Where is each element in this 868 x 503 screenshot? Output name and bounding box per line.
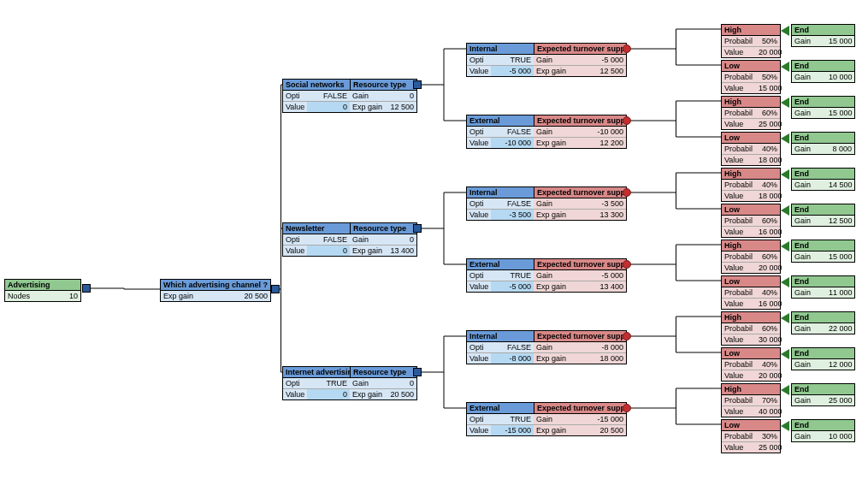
end-node: End Gain 12 000 — [791, 347, 855, 370]
end-gain-label: Gain — [792, 108, 826, 118]
chance-outcome-node: Low Probabil 40% Value 18 000 — [721, 132, 781, 166]
branch-exp-value: 12 200 — [568, 138, 626, 148]
end-icon — [781, 313, 789, 323]
outcome-prob-value: 70% — [756, 395, 780, 405]
end-gain-value: 15 000 — [826, 36, 855, 46]
outcome-val-value: 18 000 — [756, 191, 785, 201]
channel-node: Newsletter Resource type Opti FALSE Gain… — [282, 222, 417, 257]
branch-value-label: Value — [467, 138, 491, 148]
outcome-prob-label: Probabil — [722, 395, 756, 405]
outcome-val-label: Value — [722, 191, 756, 201]
q1-title: Which advertising channel ? — [161, 280, 270, 291]
end-gain-value: 8 000 — [826, 144, 854, 154]
decision-icon — [413, 224, 422, 233]
branch-value-label: Value — [467, 281, 491, 292]
end-gain-label: Gain — [792, 36, 826, 46]
branch-node: Internal Expected turnover supposition O… — [466, 186, 627, 221]
resource-type-title: Resource type — [351, 223, 416, 234]
branch-opti-value: FALSE — [491, 342, 534, 352]
branch-title: External — [467, 259, 534, 270]
q1-exp-value: 20 500 — [195, 291, 270, 301]
end-node: End Gain 14 500 — [791, 168, 855, 191]
end-gain-value: 10 000 — [826, 431, 855, 441]
end-title: End — [792, 384, 854, 395]
end-gain-value: 14 500 — [826, 180, 855, 190]
channel-opti-value: TRUE — [307, 378, 350, 388]
end-icon — [781, 62, 789, 72]
branch-node: External Expected turnover supposition O… — [466, 402, 627, 436]
outcome-val-value: 25 000 — [756, 442, 785, 453]
expected-title: Expected turnover supposition — [534, 259, 626, 270]
outcome-title: Low — [722, 348, 780, 359]
branch-value-label: Value — [467, 425, 491, 435]
end-gain-label: Gain — [792, 72, 826, 82]
resource-type-title: Resource type — [351, 80, 416, 91]
outcome-prob-label: Probabil — [722, 287, 756, 298]
outcome-title: Low — [722, 61, 780, 72]
end-title: End — [792, 61, 854, 72]
outcome-val-label: Value — [722, 155, 756, 165]
outcome-title: High — [722, 97, 780, 108]
chance-outcome-node: High Probabil 60% Value 25 000 — [721, 96, 781, 130]
end-title: End — [792, 420, 854, 431]
branch-gain-value: -10 000 — [568, 127, 626, 137]
branch-value-value: -3 500 — [491, 210, 534, 220]
outcome-val-value: 30 000 — [756, 334, 785, 345]
branch-exp-label: Exp gain — [534, 66, 568, 76]
branch-exp-label: Exp gain — [534, 425, 568, 435]
end-icon — [781, 133, 789, 144]
outcome-prob-value: 60% — [756, 323, 780, 334]
end-gain-value: 10 000 — [826, 72, 855, 82]
end-title: End — [792, 204, 854, 216]
outcome-val-label: Value — [722, 299, 756, 309]
outcome-prob-value: 30% — [756, 431, 780, 441]
end-icon — [781, 421, 789, 431]
end-node: End Gain 10 000 — [791, 60, 855, 83]
outcome-val-label: Value — [722, 370, 756, 381]
outcome-prob-value: 40% — [756, 359, 780, 370]
end-gain-value: 25 000 — [826, 395, 855, 405]
branch-gain-label: Gain — [534, 127, 568, 137]
chance-outcome-node: Low Probabil 40% Value 16 000 — [721, 275, 781, 310]
outcome-val-label: Value — [722, 83, 756, 93]
outcome-title: Low — [722, 276, 780, 287]
outcome-prob-label: Probabil — [722, 36, 756, 46]
decision-icon — [413, 80, 422, 89]
end-gain-label: Gain — [792, 180, 826, 190]
channel-value-value: 0 — [307, 389, 350, 399]
branch-value-value: -5 000 — [491, 281, 534, 292]
end-gain-value: 22 000 — [826, 323, 855, 334]
end-gain-label: Gain — [792, 287, 826, 298]
outcome-title: High — [722, 384, 780, 395]
end-icon — [781, 349, 789, 359]
branch-gain-value: -5 000 — [568, 55, 626, 65]
outcome-val-label: Value — [722, 227, 756, 237]
branch-opti-value: TRUE — [491, 270, 534, 281]
branch-exp-value: 18 000 — [568, 353, 626, 364]
outcome-prob-label: Probabil — [722, 108, 756, 118]
branch-opti-label: Opti — [467, 342, 491, 352]
channel-value-value: 0 — [307, 102, 350, 112]
branch-gain-value: -15 000 — [568, 414, 626, 424]
outcome-title: High — [722, 169, 780, 180]
outcome-prob-value: 60% — [756, 252, 780, 262]
q1-node: Which advertising channel ? Exp gain 20 … — [160, 279, 271, 302]
expected-title: Expected turnover supposition — [534, 403, 626, 414]
outcome-prob-value: 60% — [756, 216, 780, 226]
branch-gain-label: Gain — [534, 55, 568, 65]
expected-title: Expected turnover supposition — [534, 331, 626, 342]
end-gain-label: Gain — [792, 431, 826, 441]
outcome-prob-value: 50% — [756, 72, 780, 82]
branch-gain-value: -5 000 — [568, 270, 626, 281]
branch-value-value: -5 000 — [491, 66, 534, 76]
expected-title: Expected turnover supposition — [534, 44, 626, 55]
branch-gain-value: -8 000 — [568, 342, 626, 352]
channel-gain-label: Gain — [350, 234, 384, 245]
branch-value-label: Value — [467, 66, 491, 76]
end-icon — [781, 98, 789, 108]
branch-title: External — [467, 403, 534, 414]
end-icon — [781, 26, 789, 36]
outcome-title: High — [722, 25, 780, 36]
channel-exp-label: Exp gain — [350, 246, 384, 256]
chance-outcome-node: Low Probabil 40% Value 20 000 — [721, 347, 781, 382]
